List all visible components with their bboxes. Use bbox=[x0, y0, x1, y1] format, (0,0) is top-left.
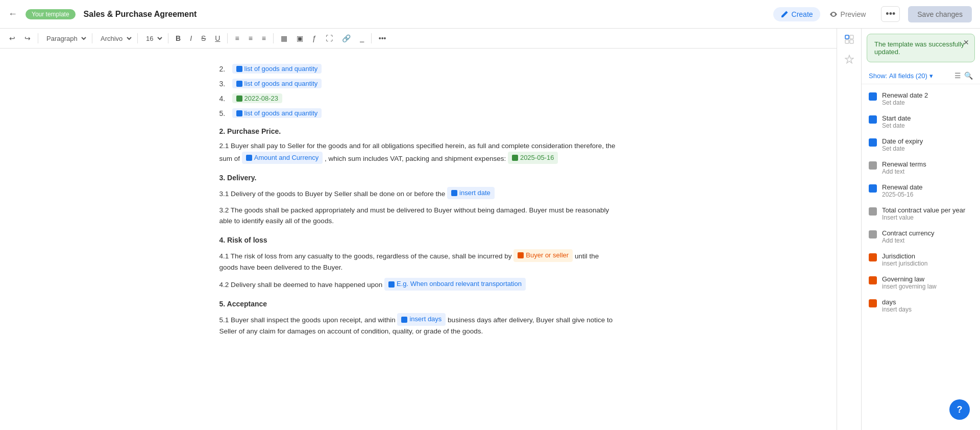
section-5-heading: 5. Acceptance bbox=[219, 300, 618, 308]
field-item-renewal-terms[interactable]: Renewal terms Add text bbox=[862, 156, 980, 179]
tab-create-label: Create bbox=[792, 10, 813, 18]
undo-button[interactable]: ↩ bbox=[6, 33, 18, 44]
field-item-icon bbox=[869, 207, 877, 216]
field-value: insert governing law bbox=[882, 283, 937, 290]
field-icon-green bbox=[236, 95, 242, 102]
field-tag-amount-currency[interactable]: Amount and Currency bbox=[242, 152, 323, 164]
section-3-heading: 3. Delivery. bbox=[219, 174, 618, 182]
field-name: Governing law bbox=[882, 275, 937, 283]
field-item-icon bbox=[869, 115, 877, 124]
list-item: 2. list of goods and quantity bbox=[219, 64, 618, 74]
field-name: Jurisdiction bbox=[882, 252, 927, 260]
right-panel-inner: The template was successfully updated. ✕… bbox=[837, 29, 980, 430]
fields-filter-button[interactable]: ☰ bbox=[954, 71, 961, 80]
field-item-governing-law[interactable]: Governing law insert governing law bbox=[862, 271, 980, 294]
field-name: Date of expiry bbox=[882, 137, 923, 145]
field-name: Start date bbox=[882, 114, 911, 122]
field-icon bbox=[246, 155, 252, 161]
field-tag-date-4[interactable]: 2022-08-23 bbox=[232, 93, 283, 103]
field-item-contract-currency[interactable]: Contract currency Add text bbox=[862, 225, 980, 248]
toolbar-sep-4 bbox=[168, 33, 168, 43]
field-value: 2025-05-16 bbox=[882, 191, 923, 198]
more-options-button[interactable]: ••• bbox=[881, 6, 900, 22]
field-tag-onboard[interactable]: E.g. When onboard relevant transportatio… bbox=[384, 278, 526, 291]
field-icon bbox=[451, 190, 457, 196]
field-tag-insert-days[interactable]: insert days bbox=[397, 313, 446, 326]
tab-preview[interactable]: Preview bbox=[822, 7, 873, 21]
svg-rect-1 bbox=[850, 35, 853, 39]
field-tag-list-goods-3[interactable]: list of goods and quantity bbox=[232, 79, 322, 88]
para-3-2: 3.2 The goods shall be packed appropriat… bbox=[219, 205, 618, 227]
align-button[interactable]: ≡ bbox=[232, 33, 242, 44]
para-2-1: 2.1 Buyer shall pay to Seller for the go… bbox=[219, 140, 618, 164]
field-item-icon bbox=[869, 230, 877, 238]
doc-title: Sales & Purchase Agreement bbox=[84, 10, 197, 19]
field-item-renewal-date-2[interactable]: Renewal date 2 Set date bbox=[862, 87, 980, 110]
help-button[interactable]: ? bbox=[949, 399, 970, 420]
para-4-2: 4.2 Delivery shall be deemed to have hap… bbox=[219, 278, 618, 291]
svg-rect-3 bbox=[850, 40, 853, 43]
more-toolbar-button[interactable]: ••• bbox=[376, 33, 389, 44]
field-icon bbox=[401, 317, 407, 323]
italic-button[interactable]: I bbox=[187, 33, 195, 44]
back-button[interactable]: ← bbox=[8, 9, 17, 19]
insert-date-text: insert date bbox=[459, 188, 491, 199]
panel-icon-column bbox=[837, 29, 862, 430]
editor-toolbar: ↩ ↪ Paragraph Heading 1 Heading 2 Archiv… bbox=[0, 29, 837, 49]
tab-create[interactable]: Create bbox=[773, 7, 820, 21]
numbered-list: 2. list of goods and quantity 3. list of… bbox=[219, 64, 618, 118]
field-item-start-date[interactable]: Start date Set date bbox=[862, 110, 980, 133]
divider-button[interactable]: ⎯ bbox=[357, 33, 367, 44]
list-ul-button[interactable]: ≡ bbox=[246, 33, 256, 44]
svg-rect-0 bbox=[845, 35, 849, 39]
main-area: ↩ ↪ Paragraph Heading 1 Heading 2 Archiv… bbox=[0, 29, 980, 430]
tab-group: Create Preview bbox=[773, 7, 873, 21]
panel-fields-icon[interactable] bbox=[845, 35, 854, 46]
field-tag-insert-date[interactable]: insert date bbox=[447, 187, 495, 200]
toast-close-button[interactable]: ✕ bbox=[963, 38, 969, 46]
topbar: ← Your template Sales & Purchase Agreeme… bbox=[0, 0, 980, 29]
field-item-total-contract-value[interactable]: Total contract value per year Insert val… bbox=[862, 202, 980, 225]
panel-magic-icon[interactable] bbox=[845, 55, 854, 66]
field-item-icon bbox=[869, 253, 877, 261]
insert-days-text: insert days bbox=[409, 314, 442, 325]
strikethrough-button[interactable]: S bbox=[198, 33, 209, 44]
toolbar-sep-7 bbox=[371, 33, 372, 43]
field-item-renewal-date[interactable]: Renewal date 2025-05-16 bbox=[862, 179, 980, 202]
checkbox-button[interactable]: ▣ bbox=[293, 33, 306, 44]
formula-button[interactable]: ƒ bbox=[309, 33, 320, 44]
editor-container: ↩ ↪ Paragraph Heading 1 Heading 2 Archiv… bbox=[0, 29, 837, 430]
editor-content: 2. list of goods and quantity 3. list of… bbox=[189, 49, 648, 430]
redo-button[interactable]: ↪ bbox=[21, 33, 34, 44]
fields-show-label: Show: All fields (20) ▾ bbox=[869, 72, 933, 80]
field-tag-list-goods-5[interactable]: list of goods and quantity bbox=[232, 108, 322, 118]
field-tag-date-2025[interactable]: 2025-05-16 bbox=[508, 152, 558, 164]
field-item-date-of-expiry[interactable]: Date of expiry Set date bbox=[862, 133, 980, 156]
section-4-heading: 4. Risk of loss bbox=[219, 236, 618, 244]
field-item-jurisdiction[interactable]: Jurisdiction insert jurisdiction bbox=[862, 248, 980, 271]
fields-search-button[interactable]: 🔍 bbox=[964, 71, 973, 80]
section-2-heading: 2. Purchase Price. bbox=[219, 127, 618, 135]
field-item-icon bbox=[869, 138, 877, 147]
paragraph-select[interactable]: Paragraph Heading 1 Heading 2 bbox=[42, 33, 88, 44]
save-changes-button[interactable]: Save changes bbox=[908, 6, 972, 22]
toolbar-sep-3 bbox=[137, 33, 138, 43]
table-button[interactable]: ▦ bbox=[278, 33, 290, 44]
field-tag-list-goods-2[interactable]: list of goods and quantity bbox=[232, 64, 322, 74]
list-ol-button[interactable]: ≡ bbox=[259, 33, 269, 44]
field-tag-buyer-seller[interactable]: Buyer or seller bbox=[513, 249, 573, 262]
bold-button[interactable]: B bbox=[173, 33, 184, 44]
field-name: Renewal date bbox=[882, 183, 923, 191]
font-select[interactable]: Archivo Arial bbox=[96, 33, 133, 44]
field-item-icon bbox=[869, 276, 877, 284]
field-value: Add text bbox=[882, 237, 935, 244]
buyer-seller-text: Buyer or seller bbox=[526, 250, 569, 261]
image-button[interactable]: ⛶ bbox=[323, 33, 336, 44]
underline-button[interactable]: U bbox=[212, 33, 223, 44]
list-item: 5. list of goods and quantity bbox=[219, 108, 618, 118]
field-icon bbox=[388, 281, 395, 288]
font-size-select[interactable]: 16 14 18 bbox=[142, 33, 164, 44]
field-item-days[interactable]: days insert days bbox=[862, 294, 980, 317]
all-fields-dropdown[interactable]: All fields (20) ▾ bbox=[889, 72, 933, 80]
link-button[interactable]: 🔗 bbox=[339, 33, 354, 44]
